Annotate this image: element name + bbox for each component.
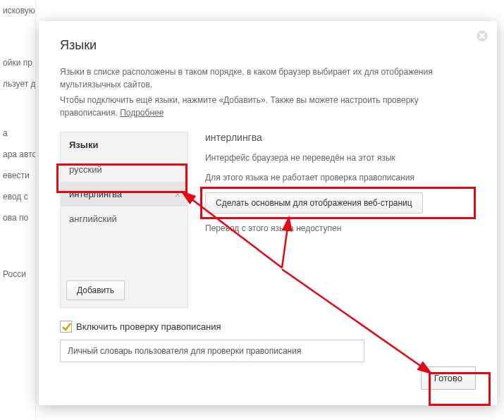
language-details: интерлингва Интерфейс браузера не переве… bbox=[188, 132, 476, 308]
details-info-ui: Интерфейс браузера не переведён на этот … bbox=[205, 153, 476, 163]
bg-item: ова по bbox=[0, 207, 35, 228]
make-primary-button[interactable]: Сделать основным для отображения веб-стр… bbox=[205, 192, 423, 214]
bg-item: а bbox=[0, 123, 35, 144]
remove-language-icon[interactable]: × bbox=[175, 189, 180, 200]
language-list-header: Языки bbox=[61, 132, 188, 157]
bg-item: исковую bbox=[0, 0, 35, 21]
personal-dictionary-field[interactable]: Личный словарь пользователя для проверки… bbox=[60, 340, 364, 362]
language-item-russian[interactable]: русский bbox=[61, 157, 188, 182]
language-item-interlingua[interactable]: интерлингва × bbox=[61, 182, 188, 206]
details-info-translate: Перевод с этого языка недоступен bbox=[205, 223, 476, 233]
close-icon[interactable] bbox=[476, 30, 488, 42]
dialog-desc-2-text: Чтобы подключить ещё языки, нажмите «Доб… bbox=[60, 95, 419, 118]
language-list: Языки русский интерлингва × английский Д… bbox=[60, 132, 188, 308]
learn-more-link[interactable]: Подробнее bbox=[120, 108, 164, 118]
dialog-desc-1: Языки в списке расположены в таком поряд… bbox=[60, 66, 476, 91]
dialog-desc-2: Чтобы подключить ещё языки, нажмите «Доб… bbox=[60, 94, 476, 119]
bg-item: ойки пр bbox=[0, 52, 35, 73]
dialog-title: Языки bbox=[60, 38, 476, 53]
add-language-button[interactable]: Добавить bbox=[66, 280, 125, 300]
details-title: интерлингва bbox=[205, 132, 476, 143]
bg-item: ара авток bbox=[0, 144, 35, 165]
language-item-english[interactable]: английский bbox=[61, 206, 188, 231]
bg-item: Росси bbox=[0, 264, 35, 285]
bg-item: льзует д bbox=[0, 73, 35, 94]
languages-dialog: Языки Языки в списке расположены в таком… bbox=[39, 21, 497, 405]
bg-item: евести bbox=[0, 165, 35, 186]
spellcheck-checkbox[interactable] bbox=[60, 321, 72, 333]
background-settings-panel: исковую ойки пр льзует д а ара авток еве… bbox=[0, 0, 36, 420]
bg-item: евод с bbox=[0, 186, 35, 207]
done-button[interactable]: Готово bbox=[421, 366, 476, 390]
details-info-spell: Для этого языка не работает проверка пра… bbox=[205, 173, 476, 183]
language-item-label: интерлингва bbox=[69, 189, 122, 199]
spellcheck-label: Включить проверку правописания bbox=[76, 321, 221, 332]
